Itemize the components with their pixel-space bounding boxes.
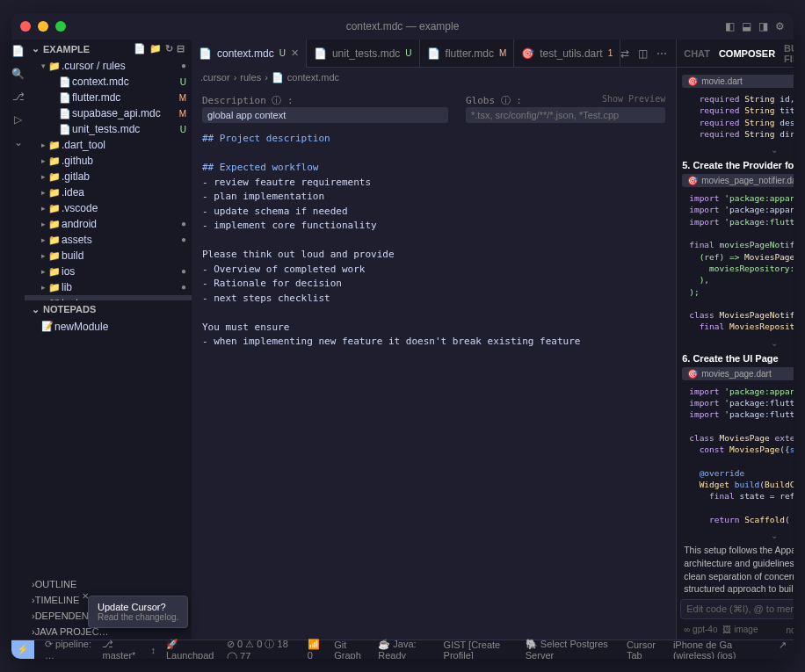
editor-area: 📄context.mdcU✕📄unit_tests.mdcU📄flutter.m… <box>192 40 676 639</box>
tab-bar: 📄context.mdcU✕📄unit_tests.mdcU📄flutter.m… <box>192 40 676 68</box>
section-header[interactable]: › OUTLINE <box>25 576 192 592</box>
new-file-icon[interactable]: 📄 <box>134 43 146 54</box>
tree-item[interactable]: ▸📁lib● <box>25 279 192 295</box>
composer-input[interactable]: Edit code (⌘I), @ to mention <box>680 599 794 619</box>
file-tree: ▾📁.cursor / rules●📄context.mdcU📄flutter.… <box>25 58 192 300</box>
titlebar: context.mdc — example ◧ ⬓ ◨ ⚙ <box>11 13 794 40</box>
tab-composer[interactable]: COMPOSER <box>719 48 775 59</box>
tab-bugfinder[interactable]: BUG FINDER <box>784 43 794 64</box>
ports[interactable]: 📶 0 <box>308 639 323 659</box>
close-window[interactable] <box>20 21 31 32</box>
step-title: 5. Create the Provider for UI State <box>682 160 794 170</box>
java-status[interactable]: ☕ Java: Ready <box>378 639 432 659</box>
tab-chat[interactable]: CHAT <box>684 48 710 59</box>
git-graph[interactable]: Git Graph <box>334 639 367 660</box>
editor-tab[interactable]: 📄unit_tests.mdcU <box>307 40 420 68</box>
tree-item[interactable]: ▸📁.gitlab <box>25 169 192 184</box>
minimize-window[interactable] <box>38 21 48 32</box>
image-attach[interactable]: 🖼 image <box>722 625 758 636</box>
maximize-window[interactable] <box>55 21 66 32</box>
close-icon[interactable]: ✕ <box>82 591 89 601</box>
tree-item[interactable]: ▾📁.cursor / rules● <box>25 58 192 74</box>
source-control-icon[interactable]: ⎇ <box>12 90 25 103</box>
new-folder-icon[interactable]: 📁 <box>149 43 162 54</box>
tree-item[interactable]: ▸📁build <box>25 248 192 264</box>
breadcrumb[interactable]: .cursor › rules › 📄 context.mdc <box>192 68 676 87</box>
editor-tab[interactable]: 🎯test_utils.dart1 <box>514 40 620 68</box>
diff-icon[interactable]: ⇄ <box>620 47 629 60</box>
problems[interactable]: ⊘ 0 ⚠ 0 ⓘ 18 ◯ 77 <box>227 638 297 660</box>
model-select[interactable]: ∞ gpt-4o <box>684 625 717 636</box>
tree-item[interactable]: ▸📁assets● <box>25 232 192 248</box>
mode-select[interactable]: normal <box>786 625 794 635</box>
close-tab-icon: ✕ <box>291 47 299 59</box>
split-icon[interactable]: ◫ <box>638 47 648 60</box>
layout-bottom-icon[interactable]: ⬓ <box>742 20 751 33</box>
description-input[interactable] <box>202 107 448 123</box>
sidebar-header[interactable]: ⌄ EXAMPLE 📄 📁 ↻ ⊟ <box>25 40 192 58</box>
more-icon[interactable]: ⌄ <box>14 136 23 148</box>
window-title: context.mdc — example <box>346 20 460 33</box>
gist[interactable]: GIST [Create Profile] <box>444 639 515 660</box>
sync-icon[interactable]: ↕ <box>150 645 156 655</box>
update-toast[interactable]: ✕ Update Cursor? Read the changelog. <box>88 596 188 628</box>
activity-bar: 📄 🔍 ⎇ ▷ ⌄ <box>11 40 25 639</box>
show-preview-link[interactable]: Show Preview <box>602 94 665 107</box>
bell-icon[interactable]: ↗ <box>779 639 787 660</box>
file-header[interactable]: 🎯movie.dart1/1 ✓ <box>682 75 794 88</box>
tree-item[interactable]: ▸📁.dart_tool <box>25 137 192 153</box>
remote-icon[interactable]: ⚡ <box>11 640 34 660</box>
device[interactable]: iPhone de Ga (wireless) (ios) <box>673 639 768 660</box>
tree-item[interactable]: 📄context.mdcU <box>25 74 192 90</box>
notepads-header[interactable]: ⌄NOTEPADS <box>25 300 192 319</box>
tree-item[interactable]: 📄unit_tests.mdcU <box>25 121 192 137</box>
editor-tab[interactable]: 📄context.mdcU✕ <box>192 40 307 68</box>
layout-right-icon[interactable]: ◨ <box>758 20 768 33</box>
status-bar: ⚡ ⟳ pipeline: … ⎇ master* ↕ 🚀 Launchpad … <box>11 639 794 659</box>
collapse-icon[interactable]: ⊟ <box>177 43 185 54</box>
tree-item[interactable]: ▸📁.vscode <box>25 200 192 216</box>
file-header[interactable]: 🎯movies_page.dart1/1 ✓ <box>682 367 794 380</box>
editor-content[interactable]: ## Project description ## Expected workf… <box>202 132 665 350</box>
search-icon[interactable]: 🔍 <box>11 68 25 80</box>
tree-item[interactable]: ▸📁.github <box>25 153 192 169</box>
summary-text: This setup follows the ApparenceKit arch… <box>682 540 794 596</box>
postgres[interactable]: 🐘 Select Postgres Server <box>526 639 616 659</box>
tree-item[interactable]: ▸📁.idea <box>25 184 192 200</box>
sidebar: ⌄ EXAMPLE 📄 📁 ↻ ⊟ ▾📁.cursor / rules●📄con… <box>25 40 192 639</box>
editor-tab[interactable]: 📄flutter.mdcM <box>420 40 515 68</box>
globs-input[interactable] <box>466 107 665 123</box>
file-header[interactable]: 🎯movies_page_notifier.dart1/1 ✓ <box>682 174 794 187</box>
chevron-down-icon: ⌄ <box>32 43 40 54</box>
layout-left-icon[interactable]: ◧ <box>725 20 735 33</box>
step-title: 6. Create the UI Page <box>682 353 794 364</box>
run-debug-icon[interactable]: ▷ <box>14 113 22 126</box>
description-label: Description ⓘ : <box>202 95 294 106</box>
launchpad[interactable]: 🚀 Launchpad <box>166 639 216 659</box>
globs-label: Globs ⓘ : <box>466 94 522 107</box>
refresh-icon[interactable]: ↻ <box>165 43 173 54</box>
tree-item[interactable]: ▸📁android● <box>25 216 192 232</box>
tree-item[interactable]: 📄supabase_api.mdcM <box>25 105 192 121</box>
pipeline-status[interactable]: ⟳ pipeline: … <box>45 639 91 659</box>
right-panel: CHAT COMPOSER BUG FINDER + ↻ ⋯ ✕ 🎯movie.… <box>676 40 794 639</box>
cursor-tab[interactable]: Cursor Tab <box>627 639 663 660</box>
customize-icon[interactable]: ⚙ <box>775 20 785 33</box>
notepad-item[interactable]: 📝newModule <box>25 319 192 335</box>
explorer-icon[interactable]: 📄 <box>11 45 25 57</box>
tree-item[interactable]: ▸📁ios● <box>25 264 192 279</box>
more-icon[interactable]: ⋯ <box>656 47 667 60</box>
tree-item[interactable]: 📄flutter.mdcM <box>25 90 192 105</box>
git-branch[interactable]: ⎇ master* <box>102 639 140 659</box>
